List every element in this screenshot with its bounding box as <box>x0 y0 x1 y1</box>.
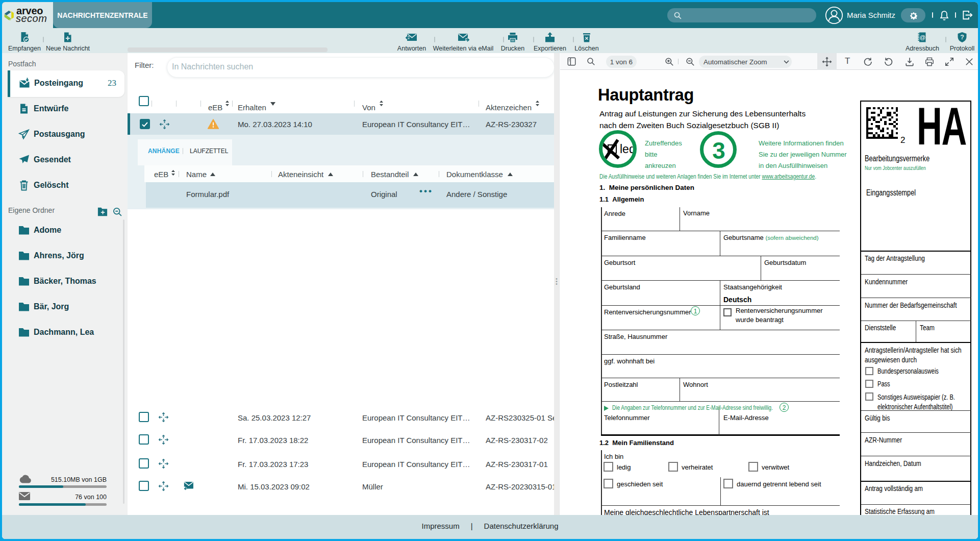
svg-text:@: @ <box>920 34 926 40</box>
svg-text:?: ? <box>960 34 964 41</box>
